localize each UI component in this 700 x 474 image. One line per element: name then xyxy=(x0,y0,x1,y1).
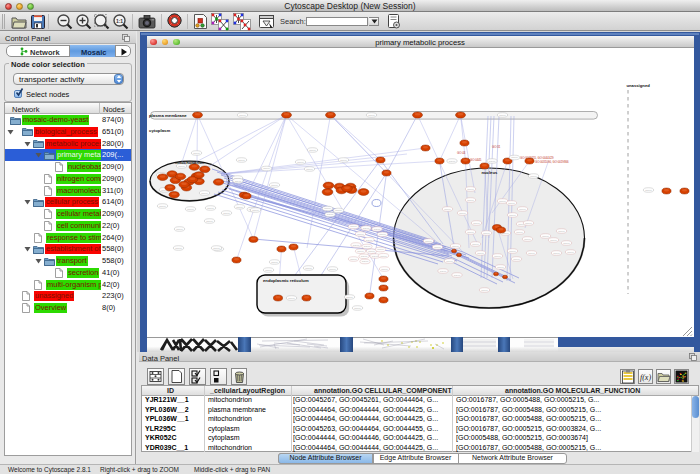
svg-text:GO:00: GO:00 xyxy=(481,289,488,291)
svg-text:GO:00: GO:00 xyxy=(234,180,241,182)
svg-text:GO:00: GO:00 xyxy=(377,248,384,250)
svg-text:f(x): f(x) xyxy=(640,373,651,382)
svg-text:GO:00: GO:00 xyxy=(360,255,367,257)
svg-text:GO:00: GO:00 xyxy=(567,251,574,253)
svg-text:GO:00: GO:00 xyxy=(176,228,183,230)
svg-text:GO:00: GO:00 xyxy=(324,207,331,209)
svg-text:GO:00: GO:00 xyxy=(297,161,304,163)
svg-text:GO:00: GO:00 xyxy=(509,250,516,252)
svg-text:GO:00: GO:00 xyxy=(380,255,387,257)
svg-text:GO:00: GO:00 xyxy=(494,255,501,257)
svg-text:GO:00: GO:00 xyxy=(223,212,230,214)
svg-text:GO:00: GO:00 xyxy=(499,200,506,202)
svg-text:GO:00: GO:00 xyxy=(444,208,451,210)
svg-text:mitochondrion: mitochondrion xyxy=(175,160,205,165)
svg-text:GO:00: GO:00 xyxy=(425,240,432,242)
svg-text:GO:00: GO:00 xyxy=(263,167,270,169)
svg-text:GO:00: GO:00 xyxy=(265,269,272,271)
svg-text:GO:00: GO:00 xyxy=(187,208,194,210)
svg-text:GO:00: GO:00 xyxy=(350,258,357,260)
svg-text:GO:00: GO:00 xyxy=(530,175,537,177)
svg-text:GO:00: GO:00 xyxy=(448,160,455,162)
svg-text:GO:00: GO:00 xyxy=(511,156,518,158)
svg-text:GO:00: GO:00 xyxy=(519,208,526,210)
svg-text:GO:00: GO:00 xyxy=(288,297,295,299)
svg-text:GO:00: GO:00 xyxy=(453,274,460,276)
svg-text:GO:00: GO:00 xyxy=(452,245,459,247)
svg-text:GO:00: GO:00 xyxy=(206,220,213,222)
svg-text:GO:00: GO:00 xyxy=(352,244,359,246)
svg-text:GO:00: GO:00 xyxy=(357,250,364,252)
svg-text:endoplasmic reticulum: endoplasmic reticulum xyxy=(263,278,309,283)
svg-text:GO:00: GO:00 xyxy=(528,252,535,254)
svg-text:1:1: 1:1 xyxy=(116,18,123,24)
svg-text:GO:00: GO:00 xyxy=(252,209,259,211)
svg-text:GO:00: GO:00 xyxy=(306,168,313,170)
svg-text:GO:00: GO:00 xyxy=(497,266,504,268)
svg-text:GO:00: GO:00 xyxy=(467,188,474,190)
svg-text:GO:00: GO:00 xyxy=(446,260,453,262)
svg-text:GO:0031090, GO:0019866: GO:0031090, GO:0019866 xyxy=(535,160,569,164)
svg-text:GO:00: GO:00 xyxy=(175,247,182,249)
svg-text:GO:00: GO:00 xyxy=(467,231,474,233)
svg-text:GO:00: GO:00 xyxy=(439,270,446,272)
svg-text:GO:00: GO:00 xyxy=(159,205,166,207)
svg-text:GO:00: GO:00 xyxy=(499,114,506,116)
svg-text:unassigned: unassigned xyxy=(626,83,650,88)
svg-text:GO:31: GO:31 xyxy=(492,145,501,149)
svg-text:GO:00: GO:00 xyxy=(553,252,560,254)
svg-text:GO:00: GO:00 xyxy=(193,152,200,154)
svg-text:GO:00: GO:00 xyxy=(488,160,495,162)
svg-text:GO:00: GO:00 xyxy=(524,238,531,240)
svg-text:GO:00: GO:00 xyxy=(368,114,375,116)
svg-text:GO:00: GO:00 xyxy=(459,212,466,214)
svg-text:GO:00: GO:00 xyxy=(368,250,375,252)
svg-text:GO:00: GO:00 xyxy=(513,258,520,260)
svg-text:GO:00: GO:00 xyxy=(238,159,245,161)
svg-text:GO:00: GO:00 xyxy=(236,206,243,208)
svg-text:GO:0445: GO:0445 xyxy=(470,158,482,162)
svg-text:GO:00: GO:00 xyxy=(472,243,479,245)
svg-text:GO:00: GO:00 xyxy=(305,267,312,269)
svg-text:GO:00: GO:00 xyxy=(271,184,278,186)
svg-text:GO:00: GO:00 xyxy=(340,159,347,161)
svg-text:GO:00: GO:00 xyxy=(326,213,333,215)
svg-text:GO:00: GO:00 xyxy=(354,307,361,309)
svg-text:GO:00: GO:00 xyxy=(645,189,652,191)
svg-text:GO:00: GO:00 xyxy=(357,233,364,235)
svg-text:GO:00: GO:00 xyxy=(542,235,549,237)
svg-text:GO:00: GO:00 xyxy=(329,268,336,270)
svg-text:cytoplasm: cytoplasm xyxy=(149,128,170,133)
svg-text:GO:00: GO:00 xyxy=(346,296,353,298)
svg-text:nucleus: nucleus xyxy=(481,170,497,175)
svg-text:GO:00: GO:00 xyxy=(550,239,557,241)
svg-text:GO:00: GO:00 xyxy=(361,260,368,262)
svg-text:GO:00: GO:00 xyxy=(239,114,246,116)
svg-text:GO:00: GO:00 xyxy=(207,207,214,209)
svg-text:GO:00: GO:00 xyxy=(350,225,357,227)
svg-text:GO:00: GO:00 xyxy=(362,227,369,229)
svg-text:GO:00: GO:00 xyxy=(381,268,388,270)
svg-text:GO:00: GO:00 xyxy=(371,255,378,257)
svg-text:GO:00: GO:00 xyxy=(508,202,515,204)
svg-text:plasma membrane: plasma membrane xyxy=(149,113,187,118)
svg-text:GO:00: GO:00 xyxy=(379,233,386,235)
svg-text:GO:00: GO:00 xyxy=(509,214,516,216)
svg-text:GO:00: GO:00 xyxy=(365,239,372,241)
svg-text:GO:00: GO:00 xyxy=(525,222,532,224)
svg-text:GO:00: GO:00 xyxy=(373,228,380,230)
svg-text:GO:00: GO:00 xyxy=(516,231,523,233)
svg-text:GO:00: GO:00 xyxy=(434,246,441,248)
svg-text:GO:00: GO:00 xyxy=(467,199,474,201)
svg-text:GO:00: GO:00 xyxy=(473,222,480,224)
svg-text:GO:00: GO:00 xyxy=(271,261,278,263)
svg-text:GO:00: GO:00 xyxy=(558,230,565,232)
svg-text:GO:00: GO:00 xyxy=(483,232,490,234)
svg-text:GO:00: GO:00 xyxy=(213,247,220,249)
svg-text:GO:00: GO:00 xyxy=(201,192,208,194)
svg-text:GO:00: GO:00 xyxy=(335,209,342,211)
svg-text:GO:00: GO:00 xyxy=(309,149,316,151)
svg-text:GO:00: GO:00 xyxy=(363,245,370,247)
svg-text:GO:00: GO:00 xyxy=(563,242,570,244)
svg-text:GO:00: GO:00 xyxy=(477,252,484,254)
